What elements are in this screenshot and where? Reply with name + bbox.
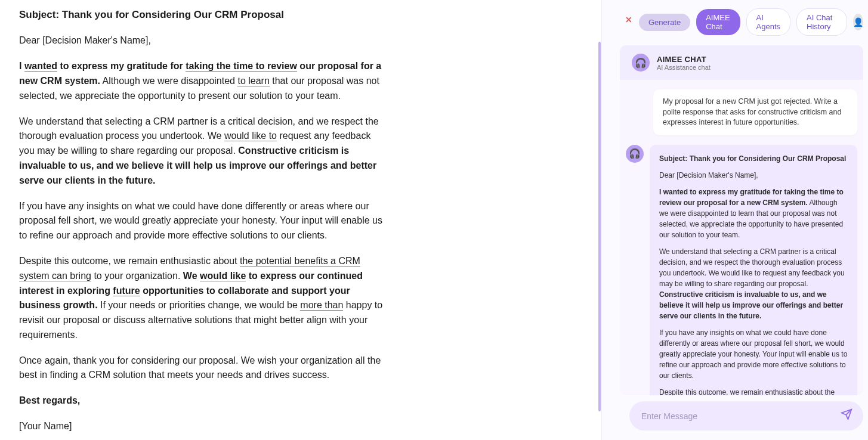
tab-generate[interactable]: Generate bbox=[639, 14, 690, 31]
user-message: My proposal for a new CRM just got rejec… bbox=[653, 89, 857, 135]
bot-p1: I wanted to express my gratitude for tak… bbox=[659, 187, 848, 240]
subject-label: Subject: bbox=[19, 9, 59, 20]
tab-ai-agents[interactable]: AI Agents bbox=[746, 8, 790, 36]
tab-ai-chat-history[interactable]: AI Chat History bbox=[796, 8, 847, 36]
message-input[interactable] bbox=[640, 411, 835, 422]
document-pane: Subject: Thank you for Considering Our C… bbox=[0, 0, 601, 440]
user-icon: 👤 bbox=[853, 17, 863, 27]
chat-tabs: Generate AIMEE Chat AI Agents AI Chat Hi… bbox=[602, 0, 868, 42]
bot-message-row: 🎧 Subject: Thank you for Considering Our… bbox=[626, 145, 857, 396]
bot-p3: If you have any insights on what we coul… bbox=[659, 327, 848, 381]
paragraph-3: If you have any insights on what we coul… bbox=[19, 199, 383, 243]
paragraph-2: We understand that selecting a CRM partn… bbox=[19, 114, 383, 188]
bot-avatar-small: 🎧 bbox=[626, 145, 644, 163]
chat-title: AIMEE CHAT bbox=[657, 55, 711, 64]
bot-p4: Despite this outcome, we remain enthusia… bbox=[659, 387, 848, 396]
close-button[interactable]: ✕ bbox=[622, 13, 635, 26]
subject-value: Thank you for Considering Our CRM Propos… bbox=[62, 9, 284, 20]
close-icon: ✕ bbox=[625, 15, 632, 24]
chat-pane: ✕ Generate AIMEE Chat AI Agents AI Chat … bbox=[601, 0, 868, 440]
paragraph-1: I wanted to express my gratitude for tak… bbox=[19, 59, 383, 103]
closing: Best regards, bbox=[19, 393, 383, 408]
paragraph-4: Despite this outcome, we remain enthusia… bbox=[19, 254, 383, 343]
bot-avatar: 🎧 bbox=[632, 54, 650, 72]
subject-line: Subject: Thank you for Considering Our C… bbox=[19, 7, 383, 23]
bot-message: Subject: Thank you for Considering Our C… bbox=[650, 145, 857, 396]
user-avatar[interactable]: 👤 bbox=[853, 14, 863, 30]
headset-icon: 🎧 bbox=[629, 148, 641, 159]
chat-body: My proposal for a new CRM just got rejec… bbox=[620, 80, 863, 395]
document-body: Subject: Thank you for Considering Our C… bbox=[19, 7, 383, 434]
tab-aimee-chat[interactable]: AIMEE Chat bbox=[696, 9, 740, 35]
chat-subtitle: AI Assistance chat bbox=[657, 64, 711, 71]
bot-greeting: Dear [Decision Maker's Name], bbox=[659, 170, 848, 181]
bot-p2: We understand that selecting a CRM partn… bbox=[659, 246, 848, 321]
send-button[interactable] bbox=[841, 408, 852, 423]
headset-icon: 🎧 bbox=[635, 57, 647, 69]
paragraph-5: Once again, thank you for considering ou… bbox=[19, 354, 383, 383]
bot-subject: Subject: Thank you for Considering Our C… bbox=[659, 153, 848, 164]
send-icon bbox=[841, 408, 852, 420]
chat-header: 🎧 AIMEE CHAT AI Assistance chat bbox=[620, 45, 863, 80]
greeting: Dear [Decision Maker's Name], bbox=[19, 33, 383, 48]
message-input-row bbox=[629, 401, 863, 430]
scrollbar-indicator[interactable] bbox=[598, 42, 601, 411]
signature: [Your Name] bbox=[19, 419, 383, 434]
